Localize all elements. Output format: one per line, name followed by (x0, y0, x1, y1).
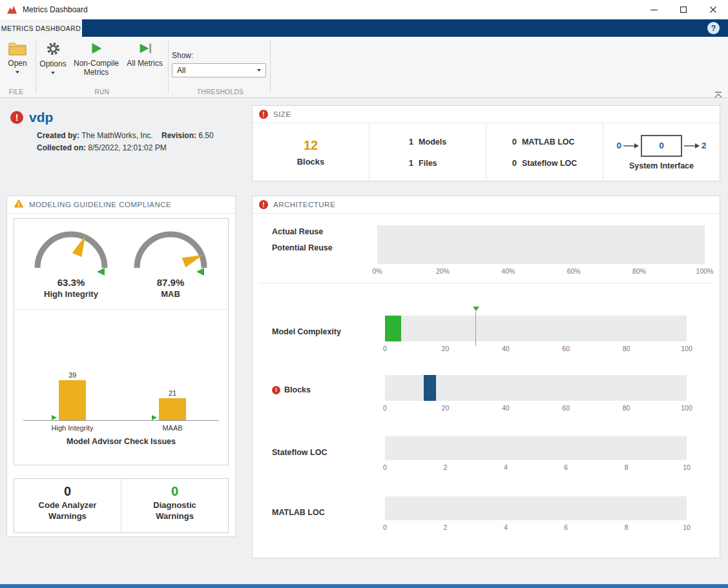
gauge-threshold-marker (196, 268, 204, 276)
model-complexity-label: Model Complexity (272, 327, 341, 336)
compliance-panel-header: ! MODELING GUIDELINE COMPLIANCE (7, 196, 235, 214)
model-advisor-bar-chart: 39 21 High Integrity MAAB (23, 309, 219, 421)
size-loc-cell[interactable]: 0MATLAB LOC 0Stateflow LOC (486, 123, 603, 181)
models-count: 1 (409, 137, 413, 147)
show-dropdown[interactable]: All (172, 63, 266, 77)
open-button[interactable]: Open (4, 41, 31, 74)
axis-tick: 40% (501, 267, 515, 275)
all-metrics-label: All Metrics (127, 59, 162, 68)
stateflow-loc-label: Stateflow LOC (272, 448, 327, 457)
axis-tick: 0 (383, 404, 387, 412)
run-play-icon (89, 41, 103, 57)
stateflow-loc-label: Stateflow LOC (522, 159, 577, 168)
axis-tick: 8 (625, 463, 629, 471)
run-all-icon (138, 41, 152, 57)
warning-label-line1: Code Analyzer (39, 500, 97, 510)
axis-tick: 4 (504, 523, 508, 531)
blocks-row-label: ! Blocks (272, 385, 311, 394)
diagnostic-warnings-count: 0 (171, 484, 178, 499)
window-title: Metrics Dashboard (23, 5, 88, 14)
blocks-axis: 0 20 40 60 80 100 (385, 404, 687, 412)
axis-tick: 6 (564, 523, 568, 531)
all-metrics-button[interactable]: All Metrics (123, 41, 166, 68)
matlab-loc-label: MATLAB LOC (272, 508, 325, 517)
non-compile-metrics-button[interactable]: Non-Compile Metrics (71, 41, 121, 77)
size-models-files-cell[interactable]: 1Models 1Files (369, 123, 486, 181)
diagnostic-warnings-cell[interactable]: 0 Diagnostic Warnings (121, 479, 228, 532)
blocks-label: Blocks (297, 157, 325, 167)
show-threshold-group: Show: All (172, 51, 266, 77)
blocks-bar (424, 375, 437, 401)
warning-label-line2: Warnings (156, 511, 194, 521)
svg-text:!: ! (18, 201, 20, 208)
axis-tick: 60% (567, 267, 581, 275)
help-button[interactable]: ? (707, 22, 720, 34)
options-label: Options (39, 60, 66, 69)
reuse-axis: 0% 20% 40% 60% 80% 100% (377, 267, 705, 276)
system-interface-cell[interactable]: 0 0 2 System Interface (603, 123, 720, 181)
chevron-down-icon (257, 69, 261, 72)
warning-label-line1: Diagnostic (153, 500, 196, 510)
threshold-marker-icon (473, 307, 479, 311)
potential-reuse-label: Potential Reuse (272, 243, 333, 252)
gauge-value: 63.3% (57, 277, 85, 288)
architecture-panel-title: ARCHITECTURE (273, 201, 335, 208)
section-label-thresholds: THRESHOLDS (172, 88, 269, 96)
system-interface-label: System Interface (629, 161, 694, 170)
warning-label-line2: Warnings (48, 511, 87, 521)
axis-tick: 8 (625, 523, 629, 531)
stateflow-loc-count: 0 (512, 158, 517, 168)
bar-maab[interactable] (159, 398, 186, 420)
gauge-threshold-marker (97, 268, 105, 276)
stateflow-loc-chart[interactable] (385, 436, 687, 460)
size-blocks-cell[interactable]: 12 Blocks (253, 123, 369, 181)
open-label: Open (8, 59, 26, 68)
code-analyzer-warnings-cell[interactable]: 0 Code Analyzer Warnings (14, 479, 121, 532)
stateflow-axis: 0 2 4 6 8 10 (385, 463, 687, 472)
bar-category: MAAB (162, 424, 182, 432)
axis-tick: 0% (372, 267, 382, 275)
error-icon: ! (259, 110, 268, 119)
maximize-button[interactable] (669, 0, 698, 19)
axis-tick: 40 (502, 404, 510, 412)
matlab-loc-chart[interactable] (385, 496, 687, 520)
matlab-axis: 0 2 4 6 8 10 (385, 523, 687, 532)
chevron-down-icon (51, 72, 55, 74)
model-name[interactable]: vdp (29, 110, 53, 125)
collected-label: Collected on: (37, 143, 86, 152)
axis-tick: 2 (443, 523, 447, 531)
axis-tick: 2 (443, 463, 447, 471)
error-icon: ! (259, 200, 268, 209)
axis-tick: 80 (623, 404, 630, 412)
options-button[interactable]: Options (38, 41, 68, 74)
collected-value: 8/5/2022, 12:01:02 PM (88, 143, 166, 152)
interface-inputs: 0 (616, 141, 621, 150)
minimize-button[interactable] (639, 0, 669, 19)
blocks-chart[interactable] (385, 375, 687, 401)
interface-subsystem-box: 0 (641, 135, 682, 157)
toolbar-separator (168, 40, 169, 94)
gauge-high-integrity: 63.3% High Integrity (26, 225, 116, 299)
model-collected-line: Collected on: 8/5/2022, 12:01:02 PM (37, 143, 214, 152)
files-label: Files (419, 159, 437, 168)
gauge-mab: 87.9% MAB (125, 225, 216, 299)
compliance-panel: ! MODELING GUIDELINE COMPLIANCE 63.3% Hi… (6, 196, 236, 537)
axis-tick: 20 (442, 404, 450, 412)
actual-reuse-label: Actual Reuse (272, 227, 323, 236)
gauge-dial (29, 225, 113, 276)
gear-icon (46, 41, 61, 58)
reuse-chart[interactable] (377, 225, 705, 264)
metrics-dashboard-window: Metrics Dashboard METRICS DASHBOARD ? (0, 0, 728, 588)
model-complexity-chart[interactable] (385, 316, 687, 341)
bar-high-integrity[interactable] (59, 380, 86, 420)
gauge-value: 87.9% (157, 277, 185, 288)
revision-label: Revision: (161, 131, 196, 140)
threshold-marker-icon (52, 415, 57, 420)
threshold-marker-icon (152, 415, 157, 420)
close-button[interactable] (698, 0, 728, 19)
dashboard-main: ! vdp Created by: The MathWorks, Inc. Re… (0, 98, 728, 584)
tab-metrics-dashboard[interactable]: METRICS DASHBOARD (0, 19, 82, 37)
code-analyzer-warnings-count: 0 (64, 484, 71, 499)
warnings-card: 0 Code Analyzer Warnings 0 Diagnostic Wa… (14, 478, 229, 533)
axis-tick: 0 (383, 463, 387, 471)
